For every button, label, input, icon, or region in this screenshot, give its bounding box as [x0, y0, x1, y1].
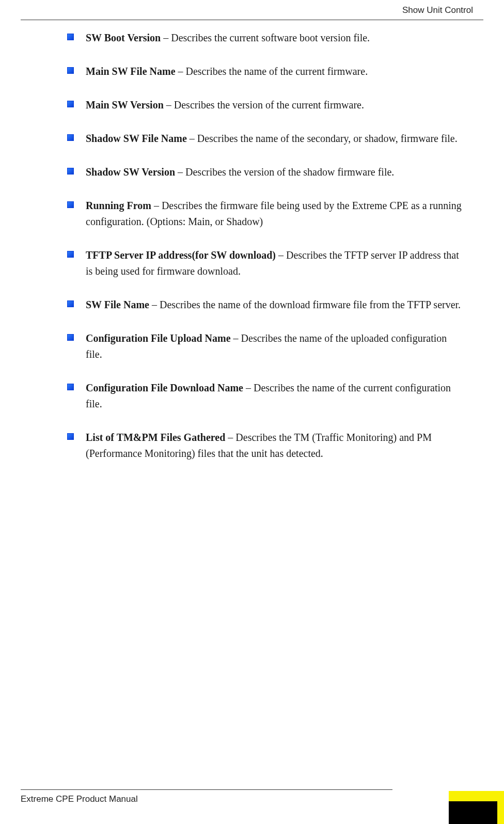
square-bullet-icon: [67, 300, 74, 307]
square-bullet-icon: [67, 168, 74, 175]
square-bullet-icon: [67, 384, 74, 390]
page-header-title: Show Unit Control: [402, 5, 473, 15]
square-bullet-icon: [67, 201, 74, 208]
page-corner-marker-icon: [442, 793, 504, 824]
definition-desc: – Describes the current software boot ve…: [161, 32, 370, 43]
definition-term: SW File Name: [86, 299, 149, 310]
list-item: Shadow SW File Name – Describes the name…: [67, 131, 463, 147]
definition-term: Configuration File Upload Name: [86, 332, 231, 344]
definition-term: TFTP Server IP address(for SW download): [86, 249, 276, 261]
list-item: SW File Name – Describes the name of the…: [67, 297, 463, 313]
square-bullet-icon: [67, 101, 74, 107]
definition-desc: – Describes the name of the current firm…: [176, 66, 368, 77]
definition-term: Running From: [86, 200, 151, 211]
list-item: Main SW Version – Describes the version …: [67, 97, 463, 113]
square-bullet-icon: [67, 67, 74, 74]
square-bullet-icon: [67, 251, 74, 258]
definition-desc: – Describes the name of the secondary, o…: [187, 133, 458, 144]
footer-divider: [21, 789, 392, 790]
definition-term: Main SW Version: [86, 99, 164, 110]
square-bullet-icon: [67, 34, 74, 40]
page-footer: Extreme CPE Product Manual 59: [21, 794, 483, 804]
list-item: Configuration File Upload Name – Describ…: [67, 330, 463, 362]
definition-term: Configuration File Download Name: [86, 382, 243, 393]
definition-desc: – Describes the name of the download fir…: [149, 299, 461, 310]
page: Show Unit Control SW Boot Version – Desc…: [0, 0, 504, 824]
list-item: Shadow SW Version – Describes the versio…: [67, 164, 463, 180]
definition-term: Shadow SW File Name: [86, 133, 187, 144]
list-item: Main SW File Name – Describes the name o…: [67, 64, 463, 80]
definition-term: Shadow SW Version: [86, 166, 175, 178]
content-area: SW Boot Version – Describes the current …: [67, 30, 463, 479]
list-item: SW Boot Version – Describes the current …: [67, 30, 463, 46]
definition-list: SW Boot Version – Describes the current …: [67, 30, 463, 462]
footer-manual-title: Extreme CPE Product Manual: [21, 794, 138, 804]
definition-term: Main SW File Name: [86, 66, 176, 77]
header-divider: [21, 20, 483, 20]
definition-term: SW Boot Version: [86, 32, 161, 43]
square-bullet-icon: [67, 334, 74, 341]
definition-term: List of TM&PM Files Gathered: [86, 432, 225, 443]
list-item: Configuration File Download Name – Descr…: [67, 380, 463, 412]
list-item: Running From – Describes the firmware fi…: [67, 198, 463, 230]
square-bullet-icon: [67, 134, 74, 141]
definition-desc: – Describes the version of the current f…: [164, 99, 364, 110]
list-item: TFTP Server IP address(for SW download) …: [67, 247, 463, 279]
definition-desc: – Describes the version of the shadow fi…: [175, 166, 394, 178]
square-bullet-icon: [67, 433, 74, 440]
list-item: List of TM&PM Files Gathered – Describes…: [67, 430, 463, 462]
